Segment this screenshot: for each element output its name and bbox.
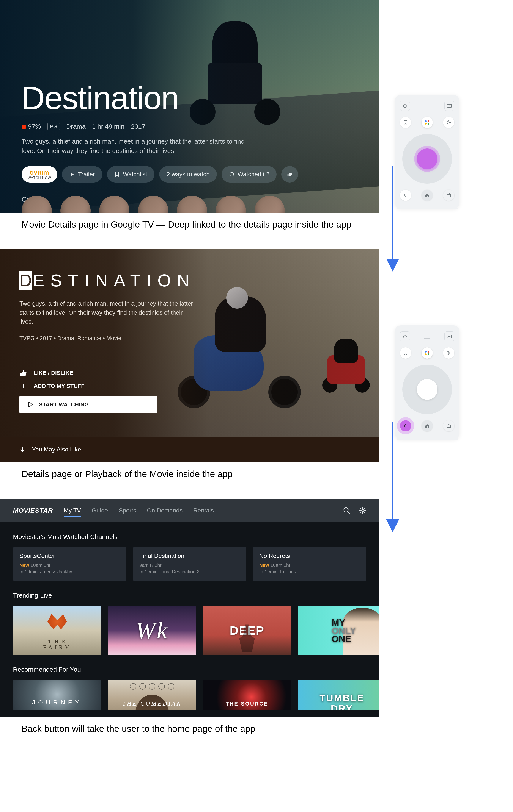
tab-my-tv[interactable]: My TV [64, 499, 81, 522]
recommended-heading: Recommended For You [0, 655, 379, 680]
settings-button[interactable] [443, 117, 454, 128]
tab-guide[interactable]: Guide [92, 499, 108, 522]
rating-chip: PG [48, 123, 60, 130]
app-movie-meta: TVPG • 2017 • Drama, Romance • Movie [20, 335, 196, 342]
svg-point-9 [448, 352, 450, 354]
thumb-up-icon [20, 370, 27, 376]
channel-card[interactable]: SportsCenter New10am 1hr In 19min: Jalen… [13, 547, 127, 581]
live-tv-button[interactable] [443, 420, 454, 431]
more-button[interactable] [281, 166, 298, 182]
input-button[interactable] [444, 101, 454, 111]
search-icon[interactable] [343, 507, 350, 514]
circle-outline-icon [229, 172, 235, 177]
flow-arrow-2 [386, 423, 399, 530]
bookmark-icon [114, 172, 120, 177]
tile-journey[interactable]: JOURNEY [13, 680, 101, 710]
cast-avatars [22, 196, 379, 213]
like-dislike-button[interactable]: LIKE / DISLIKE [20, 370, 196, 376]
tv-remote-2 [395, 325, 459, 439]
tile-fairy[interactable]: T H E FAIRY [13, 606, 101, 655]
svg-rect-10 [447, 425, 451, 428]
you-may-also-like-row[interactable]: You May Also Like [0, 437, 379, 462]
svg-point-0 [230, 172, 234, 176]
live-tv-button[interactable] [443, 190, 454, 201]
bookmark-button[interactable] [400, 117, 411, 128]
play-icon [69, 172, 75, 177]
top-bar: MOVIESTAR My TV Guide Sports On Demands … [0, 499, 379, 522]
power-button[interactable] [400, 101, 410, 111]
watched-it-button[interactable]: Watched it? [221, 166, 276, 182]
genre-label: Drama [66, 123, 86, 130]
add-to-stuff-button[interactable]: ADD TO MY STUFF [20, 383, 196, 389]
settings-button[interactable] [443, 347, 454, 358]
watch-now-button[interactable]: tivium WATCH NOW [22, 166, 57, 182]
svg-point-5 [448, 122, 450, 123]
svg-rect-6 [447, 194, 451, 197]
nav-tabs: My TV Guide Sports On Demands Rentals [64, 499, 214, 522]
metadata-row: 97% PG Drama 1 hr 49 min 2017 [22, 123, 358, 130]
rt-score: 97% [22, 123, 41, 130]
caption-screen2: Details page or Playback of the Movie in… [0, 462, 379, 499]
action-button-row: tivium WATCH NOW Trailer Watchlist 2 way… [22, 166, 358, 182]
app-movie-description: Two guys, a thief and a rich man, meet i… [20, 299, 196, 326]
start-watching-button[interactable]: START WATCHING [20, 396, 158, 413]
play-icon [28, 402, 33, 407]
gear-icon[interactable] [359, 507, 366, 514]
svg-point-2 [361, 510, 364, 512]
tab-rentals[interactable]: Rentals [193, 499, 214, 522]
app-details-screen: DESTINATION Two guys, a thief and a rich… [0, 249, 379, 462]
trailer-button[interactable]: Trailer [62, 166, 102, 182]
app-home-screen: MOVIESTAR My TV Guide Sports On Demands … [0, 499, 379, 717]
back-button-highlighted[interactable] [400, 420, 411, 431]
movie-title: Destination [22, 82, 358, 114]
tile-tumble-dry[interactable]: TUMBLEDRY [298, 680, 379, 710]
trending-heading: Trending Live [0, 581, 379, 606]
svg-point-1 [344, 508, 348, 512]
google-tv-details-screen: Destination 97% PG Drama 1 hr 49 min 201… [0, 0, 379, 213]
home-button[interactable] [422, 190, 433, 201]
trending-tiles: T H E FAIRY Wk DEEP MYONLYONE [0, 606, 379, 655]
butterfly-icon [48, 614, 67, 629]
channel-cards: SportsCenter New10am 1hr In 19min: Jalen… [0, 547, 379, 581]
power-button[interactable] [400, 331, 410, 341]
caption-screen3: Back button will take the user to the ho… [0, 717, 379, 753]
ways-to-watch-button[interactable]: 2 ways to watch [159, 166, 217, 182]
channels-heading: Moviestar's Most Watched Channels [0, 522, 379, 547]
tab-on-demands[interactable]: On Demands [147, 499, 183, 522]
watchlist-button[interactable]: Watchlist [107, 166, 155, 182]
tile-my-one[interactable]: MYONLYONE [298, 606, 379, 655]
tab-sports[interactable]: Sports [119, 499, 136, 522]
assistant-button[interactable] [422, 117, 433, 128]
flow-arrow-1 [386, 166, 399, 269]
dpad[interactable] [402, 365, 452, 414]
recommended-tiles: JOURNEY THE COMEDIAN THE SOURCE TUMBLEDR… [0, 680, 379, 710]
bookmark-button[interactable] [400, 347, 411, 358]
app-logo: MOVIESTAR [13, 507, 53, 514]
tile-source[interactable]: THE SOURCE [203, 680, 291, 710]
caption-screen1: Movie Details page in Google TV — Deep l… [0, 213, 379, 249]
dpad[interactable] [402, 134, 452, 183]
thumbs-icon [287, 172, 293, 177]
assistant-button[interactable] [422, 347, 433, 358]
back-button[interactable] [400, 190, 411, 201]
dpad-select[interactable] [417, 379, 437, 400]
channel-card[interactable]: Final Destination 9am R 2hr In 19min: Fi… [133, 547, 246, 581]
movie-description: Two guys, a thief and a rich man, meet i… [22, 137, 248, 155]
dpad-select-highlighted[interactable] [417, 148, 437, 169]
app-movie-title: DESTINATION [20, 271, 196, 290]
runtime-label: 1 hr 49 min [92, 123, 125, 130]
year-label: 2017 [131, 123, 145, 130]
home-button[interactable] [422, 420, 433, 431]
tile-comedian[interactable]: THE COMEDIAN [108, 680, 196, 710]
tile-deep[interactable]: DEEP [203, 606, 291, 655]
input-button[interactable] [444, 331, 454, 341]
tv-remote-1 [395, 95, 459, 209]
channel-card[interactable]: No Regrets New10am 1hr In 19min: Friends [253, 547, 366, 581]
plus-icon [20, 383, 27, 389]
tile-wk[interactable]: Wk [108, 606, 196, 655]
chevron-down-icon [20, 446, 25, 453]
